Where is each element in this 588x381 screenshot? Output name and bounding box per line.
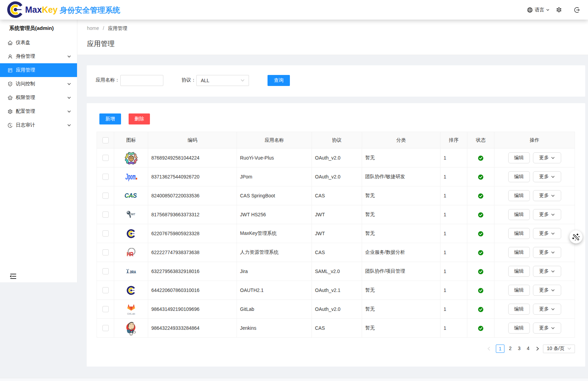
svg-text:HR: HR [127,251,133,257]
svg-text:pom: pom [128,172,135,181]
svg-text:JIRA: JIRA [129,270,136,274]
svg-text:GitLab: GitLab [127,312,135,315]
svg-text:JWT: JWT [130,212,136,216]
